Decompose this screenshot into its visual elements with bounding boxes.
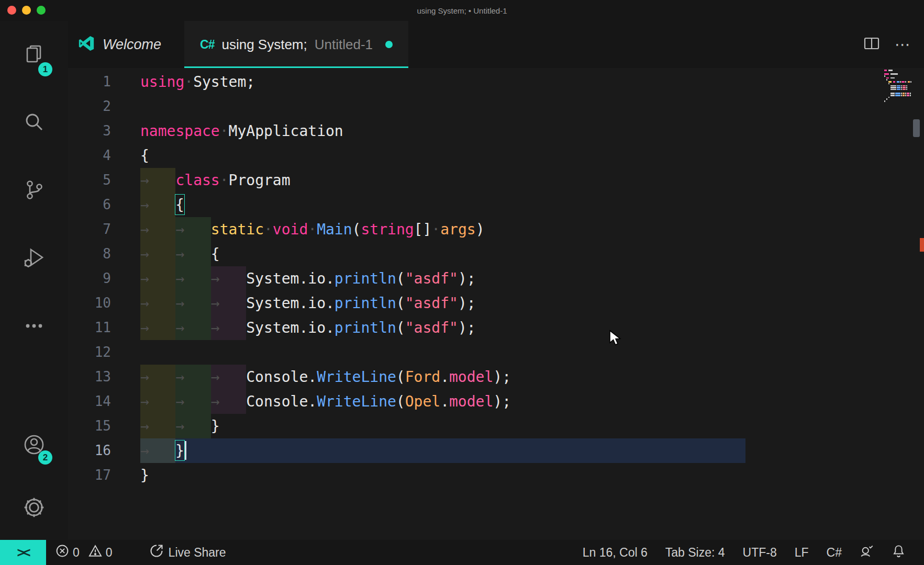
indent-guide: → — [211, 389, 246, 414]
sidebar-item-search[interactable] — [0, 89, 68, 157]
line-number: 2 — [68, 94, 140, 119]
titlebar: using System; • Untitled-1 — [0, 0, 924, 21]
line-number: 12 — [68, 340, 140, 365]
search-icon — [23, 110, 46, 135]
feedback-button[interactable] — [851, 540, 883, 565]
indent-guide: → — [140, 266, 175, 291]
window-title: using System; • Untitled-1 — [417, 6, 507, 15]
error-count: 0 — [73, 546, 80, 560]
split-editor-icon[interactable] — [863, 36, 880, 53]
line-number: 13 — [68, 365, 140, 389]
code-line[interactable]: 8→→{ — [68, 242, 924, 266]
indent-guide: → — [211, 365, 246, 389]
unsaved-dot-icon[interactable] — [385, 41, 393, 48]
sidebar-item-run-debug[interactable] — [0, 225, 68, 293]
code-line[interactable]: 4{ — [68, 143, 924, 168]
code-area[interactable]: 1using·System;23namespace·MyApplication4… — [68, 68, 924, 488]
editor[interactable]: 1using·System;23namespace·MyApplication4… — [68, 68, 924, 540]
live-share-label: Live Share — [169, 546, 226, 560]
overview-ruler-mark — [920, 238, 924, 252]
code-line[interactable]: 2 — [68, 94, 924, 119]
indent-guide: → — [175, 291, 210, 315]
indent-guide: → — [140, 217, 175, 242]
code-line[interactable]: 7→→static·void·Main(string[]·args) — [68, 217, 924, 242]
indent-guide: → — [140, 438, 175, 463]
line-number: 15 — [68, 414, 140, 438]
code-line[interactable]: 5→class·Program — [68, 168, 924, 193]
encoding-setting[interactable]: UTF-8 — [734, 540, 786, 565]
code-line[interactable]: 3namespace·MyApplication — [68, 119, 924, 143]
code-line[interactable]: 12 — [68, 340, 924, 365]
indent-guide: → — [175, 389, 210, 414]
tab-welcome-label: Welcome — [103, 37, 161, 53]
tab-welcome[interactable]: Welcome — [68, 21, 184, 68]
line-number: 5 — [68, 168, 140, 193]
sidebar-item-settings[interactable] — [0, 477, 68, 540]
ellipsis-icon — [23, 314, 46, 340]
indent-guide: → — [175, 365, 210, 389]
code-line[interactable]: 9→→→System.io.println("asdf"); — [68, 266, 924, 291]
indent-guide: → — [175, 242, 210, 266]
error-icon — [55, 544, 69, 561]
vscode-window: using System; • Untitled-1 1 — [0, 0, 924, 565]
indent-guide: → — [211, 291, 246, 315]
indent-guide: → — [140, 389, 175, 414]
problems-indicator[interactable]: 0 0 — [46, 540, 126, 565]
language-mode[interactable]: C# — [818, 540, 851, 565]
code-line[interactable]: 10→→→System.io.println("asdf"); — [68, 291, 924, 315]
indent-guide: → — [175, 315, 210, 340]
line-number: 16 — [68, 438, 140, 463]
line-number: 17 — [68, 463, 140, 488]
code-line[interactable]: 6→{ — [68, 193, 924, 217]
tab-title: using System; — [221, 37, 307, 53]
sidebar-item-accounts[interactable]: 2 — [0, 414, 68, 477]
indentation-setting[interactable]: Tab Size: 4 — [656, 540, 734, 565]
status-bar: >< 0 0 — [0, 540, 924, 565]
line-number: 9 — [68, 266, 140, 291]
tab-bar: Welcome C# using System; Untitled-1 — [68, 21, 924, 68]
indent-guide: → — [140, 414, 175, 438]
indent-guide: → — [211, 315, 246, 340]
code-line[interactable]: 16→} — [68, 438, 924, 463]
gear-icon — [22, 495, 46, 522]
code-line[interactable]: 13→→→Console.WriteLine(Ford.model); — [68, 365, 924, 389]
accounts-badge: 2 — [38, 450, 52, 465]
notifications-button[interactable] — [883, 540, 915, 565]
line-number: 8 — [68, 242, 140, 266]
warning-count: 0 — [106, 546, 113, 560]
code-line[interactable]: 11→→→System.io.println("asdf"); — [68, 315, 924, 340]
more-actions-icon[interactable]: ⋯ — [895, 37, 910, 52]
csharp-file-icon: C# — [200, 38, 214, 52]
activity-bar: 1 — [0, 21, 68, 540]
code-line[interactable]: 1using·System; — [68, 70, 924, 94]
minimap-slider[interactable] — [913, 119, 920, 137]
tab-subtitle: Untitled-1 — [315, 37, 373, 53]
eol-setting[interactable]: LF — [786, 540, 818, 565]
minimize-window-button[interactable] — [22, 6, 31, 15]
line-number: 10 — [68, 291, 140, 315]
code-line[interactable]: 14→→→Console.WriteLine(Opel.model); — [68, 389, 924, 414]
line-number: 6 — [68, 193, 140, 217]
traffic-lights — [7, 6, 46, 15]
vscode-logo-icon — [77, 35, 95, 54]
live-share-button[interactable]: Live Share — [141, 540, 234, 565]
explorer-badge: 1 — [38, 62, 52, 76]
line-number: 3 — [68, 119, 140, 143]
code-line[interactable]: 17} — [68, 463, 924, 488]
line-number: 4 — [68, 143, 140, 168]
cursor-position[interactable]: Ln 16, Col 6 — [574, 540, 656, 565]
tab-untitled-1[interactable]: C# using System; Untitled-1 — [184, 21, 408, 68]
indent-guide: → — [140, 168, 175, 193]
bell-icon — [892, 544, 906, 561]
sidebar-item-explorer[interactable]: 1 — [0, 21, 68, 89]
close-window-button[interactable] — [7, 6, 16, 15]
zoom-window-button[interactable] — [37, 6, 46, 15]
remote-indicator[interactable]: >< — [0, 540, 46, 565]
code-line[interactable]: 15→→} — [68, 414, 924, 438]
sidebar-item-more[interactable] — [0, 293, 68, 361]
minimap[interactable] — [884, 70, 922, 103]
feedback-icon — [860, 544, 874, 561]
sidebar-item-source-control[interactable] — [0, 157, 68, 225]
debug-icon — [22, 246, 46, 272]
branch-icon — [23, 178, 46, 204]
